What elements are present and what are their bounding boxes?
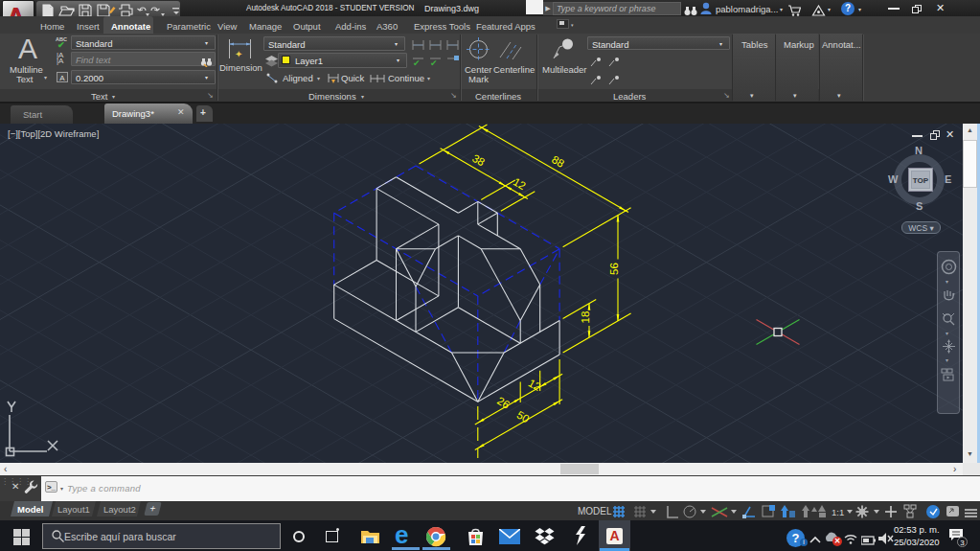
svg-text:38: 38 [470, 152, 487, 169]
svg-text:18: 18 [580, 311, 591, 324]
svg-text:12: 12 [512, 175, 528, 192]
svg-text:✦: ✦ [235, 49, 242, 59]
svg-text:26: 26 [495, 395, 512, 411]
svg-text:50: 50 [515, 409, 532, 425]
svg-text:✔: ✔ [413, 58, 421, 67]
svg-text:88: 88 [550, 153, 566, 170]
svg-text:1:1: 1:1 [832, 507, 844, 517]
svg-text:✔: ✔ [430, 58, 438, 67]
svg-text:56: 56 [608, 263, 620, 275]
